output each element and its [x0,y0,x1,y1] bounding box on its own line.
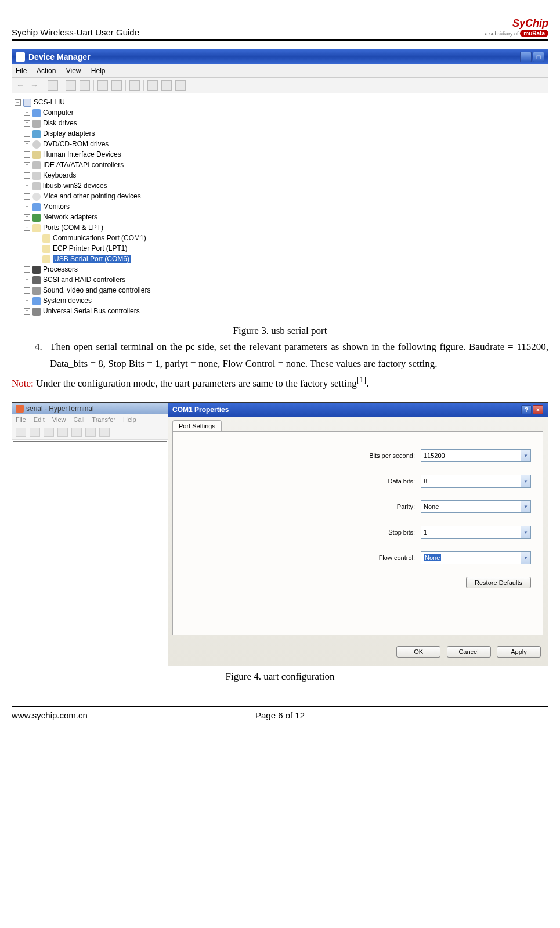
toolbar-icon[interactable] [48,80,58,91]
combo-box[interactable]: 8▼ [421,475,531,488]
tree-item[interactable]: +Keyboards [24,170,545,180]
document-title: Sychip Wireless-Uart User Guide [12,27,139,37]
toolbar [12,78,548,93]
titlebar: Device Manager _ □ [12,49,548,64]
combo-box[interactable]: None▼ [421,551,531,564]
ht-tool-icon[interactable] [85,428,96,437]
tree-port-item[interactable]: ECP Printer Port (LPT1) [42,243,545,254]
hyperterminal-window: serial - HyperTerminal File Edit View Ca… [12,403,168,666]
back-button[interactable] [16,80,26,91]
step-4: 4. Then open serial terminal on the pc s… [35,339,548,373]
toolbar-icon[interactable] [111,80,122,91]
toolbar-icon[interactable] [80,80,90,91]
tree-item-ports[interactable]: −Ports (COM & LPT) [24,222,545,233]
ht-terminal-area [13,441,167,665]
document-header: Sychip Wireless-Uart User Guide SyChip a… [12,17,548,41]
step-number: 4. [35,339,50,373]
tree-root[interactable]: −SCS-LLIU [15,97,545,107]
tree-item[interactable]: +Monitors [24,201,545,212]
hyperterminal-screenshot: serial - HyperTerminal File Edit View Ca… [12,402,548,666]
form-row: Flow control:None▼ [185,551,531,564]
form-row: Data bits:8▼ [185,475,531,488]
logo-sub: a subsidiary of [485,31,519,37]
com-properties-dialog: COM1 Properties ? × Port Settings Bits p… [168,403,548,666]
toolbar-icon[interactable] [161,80,172,91]
figure-3-caption: Figure 3. usb serial port [12,325,548,337]
chevron-down-icon: ▼ [521,450,530,461]
tree-item[interactable]: +Mice and other pointing devices [24,191,545,201]
ht-menu-help[interactable]: Help [123,416,136,423]
app-icon [16,52,25,62]
combo-box[interactable]: 115200▼ [421,449,531,462]
tab-port-settings[interactable]: Port Settings [172,420,222,431]
ht-menu-edit[interactable]: Edit [34,416,45,423]
tree-item[interactable]: +Human Interface Devices [24,149,545,160]
toolbar-icon[interactable] [129,80,140,91]
restore-defaults-button[interactable]: Restore Defaults [466,577,531,588]
ht-tool-icon[interactable] [71,428,82,437]
field-label: Parity: [351,503,415,510]
toolbar-icon[interactable] [175,80,186,91]
toolbar-icon[interactable] [147,80,158,91]
dialog-buttons: OK Cancel Apply [168,640,548,666]
menu-view[interactable]: View [66,67,81,75]
ht-menu-transfer[interactable]: Transfer [92,416,115,423]
window-title: Device Manager [28,52,91,62]
ht-menu-view[interactable]: View [52,416,66,423]
help-button[interactable]: ? [521,405,532,414]
minimize-button[interactable]: _ [520,52,532,62]
tree-item[interactable]: +SCSI and RAID controllers [24,275,545,285]
step-text: Then open serial terminal on the pc side… [50,339,548,373]
tree-item[interactable]: +IDE ATA/ATAPI controllers [24,160,545,170]
tree-item[interactable]: +Network adapters [24,212,545,222]
tree-item[interactable]: +Computer [24,107,545,118]
note-line: Note: Under the configuration mode, the … [12,373,548,392]
device-tree: −SCS-LLIU+Computer+Disk drives+Display a… [12,93,548,320]
toolbar-icon[interactable] [97,80,108,91]
tree-item[interactable]: +Processors [24,264,545,275]
forward-button[interactable] [30,80,40,91]
tree-item[interactable]: +System devices [24,295,545,306]
ok-button[interactable]: OK [396,646,440,658]
menubar: File Action View Help [12,64,548,78]
cancel-button[interactable]: Cancel [447,646,491,658]
props-title-text: COM1 Properties [172,406,229,414]
menu-help[interactable]: Help [91,67,106,75]
form-row: Bits per second:115200▼ [185,449,531,462]
menu-file[interactable]: File [16,67,27,75]
ht-toolbar [12,425,168,440]
ht-title-text: serial - HyperTerminal [26,405,94,413]
ht-titlebar: serial - HyperTerminal [12,403,168,414]
tree-item[interactable]: +Universal Serial Bus controllers [24,306,545,316]
tree-item[interactable]: +Sound, video and game controllers [24,285,545,295]
chevron-down-icon: ▼ [521,501,530,512]
note-dot: . [366,377,368,388]
tree-item[interactable]: +DVD/CD-ROM drives [24,139,545,149]
footer-page: Page 6 of 12 [255,710,305,720]
ht-tool-icon[interactable] [30,428,40,437]
ht-tool-icon[interactable] [57,428,68,437]
combo-box[interactable]: 1▼ [421,526,531,539]
field-label: Stop bits: [351,529,415,536]
combo-box[interactable]: None▼ [421,500,531,513]
toolbar-icon[interactable] [66,80,76,91]
brand-logo: SyChip a subsidiary of muRata [485,17,549,37]
ht-menu-call[interactable]: Call [74,416,85,423]
tree-item[interactable]: +Disk drives [24,118,545,128]
tree-port-item[interactable]: USB Serial Port (COM6) [42,254,545,264]
apply-button[interactable]: Apply [497,646,541,658]
tree-port-item[interactable]: Communications Port (COM1) [42,233,545,243]
port-settings-panel: Bits per second:115200▼Data bits:8▼Parit… [172,431,543,635]
tree-item[interactable]: +libusb-win32 devices [24,180,545,191]
ht-tool-icon[interactable] [16,428,26,437]
menu-action[interactable]: Action [37,67,56,75]
ht-tool-icon[interactable] [44,428,54,437]
chevron-down-icon: ▼ [521,475,530,487]
maximize-button[interactable]: □ [533,52,544,62]
ht-menu-file[interactable]: File [16,416,26,423]
note-ref: [1] [357,375,367,384]
tree-item[interactable]: +Display adapters [24,128,545,139]
close-button[interactable]: × [533,405,543,414]
ht-tool-icon[interactable] [99,428,110,437]
note-text: Under the configuration mode, the uart p… [34,377,357,388]
